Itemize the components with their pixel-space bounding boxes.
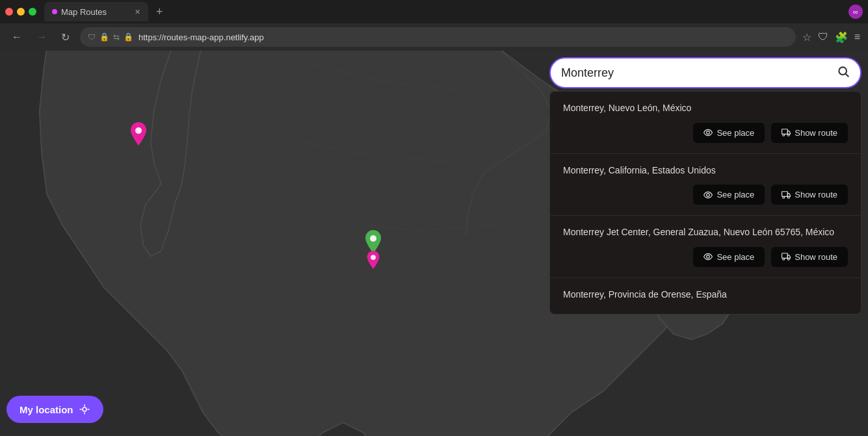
extensions-icon[interactable]: 🧩: [835, 31, 848, 44]
browser-chrome: Map Routes ✕ + ∞ ← → ↻ 🛡 🔒 ⇆ 🔒 https://r…: [0, 0, 868, 51]
see-place-label-2: See place: [717, 190, 754, 199]
location-crosshair-icon: [79, 404, 90, 415]
result-item-1: Monterrey, Nuevo León, México See place: [550, 92, 861, 154]
svg-point-10: [707, 193, 710, 196]
map-pin-monterrey-pink[interactable]: [366, 251, 380, 272]
result-item-2: Monterrey, California, Estados Unidos Se…: [550, 154, 861, 216]
see-place-button-2[interactable]: See place: [693, 185, 765, 205]
tab-bar: Map Routes ✕ + ∞: [0, 0, 868, 23]
svg-line-5: [846, 73, 849, 77]
tab-actions: ∞: [848, 5, 863, 19]
show-route-label-1: Show route: [795, 128, 837, 138]
svg-point-8: [783, 134, 785, 136]
svg-point-4: [839, 67, 847, 75]
menu-icon[interactable]: ≡: [854, 31, 860, 43]
svg-point-12: [783, 196, 785, 198]
bookmark-star-icon[interactable]: ☆: [802, 31, 811, 44]
svg-point-18: [83, 407, 86, 411]
minimize-window-button[interactable]: [17, 8, 25, 16]
traffic-lights: [5, 8, 36, 16]
nav-bar: ← → ↻ 🛡 🔒 ⇆ 🔒 https://routes-map-app.net…: [0, 23, 868, 51]
map-pin-baja[interactable]: [129, 122, 148, 148]
active-tab[interactable]: Map Routes ✕: [44, 2, 148, 21]
show-route-label-2: Show route: [795, 190, 837, 199]
svg-point-2: [370, 235, 376, 242]
show-route-label-3: Show route: [795, 252, 837, 262]
security-icons: 🛡 🔒 ⇆ 🔒: [88, 32, 133, 42]
reload-button[interactable]: ↻: [57, 29, 73, 46]
browser-profile-icon[interactable]: ∞: [848, 5, 863, 19]
cert-icon: 🔒: [124, 32, 133, 42]
address-bar[interactable]: 🛡 🔒 ⇆ 🔒 https://routes-map-app.netlify.a…: [80, 27, 796, 47]
result-name-4: Monterrey, Provincia de Orense, España: [563, 289, 848, 301]
see-place-button-1[interactable]: See place: [693, 123, 765, 143]
app-content: Monterrey, Nuevo León, México See place: [0, 51, 868, 436]
result-item-4: Monterrey, Provincia de Orense, España: [550, 278, 861, 314]
show-route-button-3[interactable]: Show route: [771, 247, 848, 267]
tab-close-button[interactable]: ✕: [135, 8, 140, 16]
nav-right-actions: ☆ 🛡 🧩 ≡: [802, 31, 860, 44]
result-name-1: Monterrey, Nuevo León, México: [563, 102, 848, 115]
svg-point-9: [788, 134, 790, 136]
svg-point-17: [788, 259, 790, 261]
forward-button[interactable]: →: [33, 29, 51, 45]
svg-point-16: [783, 259, 785, 261]
results-dropdown: Monterrey, Nuevo León, México See place: [549, 91, 861, 314]
shield-icon: 🛡: [88, 32, 96, 42]
svg-point-3: [371, 255, 376, 260]
search-button[interactable]: [837, 65, 850, 81]
svg-point-6: [707, 131, 710, 135]
result-item-3: Monterrey Jet Center, General Zuazua, Nu…: [550, 216, 861, 278]
result-name-3: Monterrey Jet Center, General Zuazua, Nu…: [563, 226, 848, 239]
tab-favicon: [52, 9, 57, 14]
see-place-button-3[interactable]: See place: [693, 247, 765, 267]
search-panel: Monterrey, Nuevo León, México See place: [549, 57, 861, 314]
back-button[interactable]: ←: [8, 29, 26, 45]
maximize-window-button[interactable]: [29, 8, 36, 16]
search-bar[interactable]: [549, 57, 861, 88]
search-input[interactable]: [561, 66, 832, 80]
show-route-button-1[interactable]: Show route: [771, 123, 848, 143]
lock-icon: 🔒: [99, 32, 109, 42]
new-tab-button[interactable]: +: [151, 5, 168, 19]
result-actions-3: See place Show route: [563, 247, 848, 267]
url-text: https://routes-map-app.netlify.app: [138, 32, 264, 42]
svg-point-1: [135, 127, 142, 134]
tab-title: Map Routes: [61, 7, 107, 17]
svg-point-14: [707, 255, 710, 259]
close-window-button[interactable]: [5, 8, 13, 16]
see-place-label-1: See place: [717, 128, 754, 138]
pocket-icon[interactable]: 🛡: [818, 31, 828, 43]
my-location-button[interactable]: My location: [7, 396, 103, 423]
svg-rect-15: [782, 253, 788, 259]
result-actions-1: See place Show route: [563, 123, 848, 143]
pip-icon: ⇆: [113, 32, 120, 42]
show-route-button-2[interactable]: Show route: [771, 185, 848, 205]
svg-rect-11: [782, 191, 788, 196]
svg-rect-7: [782, 129, 788, 135]
my-location-label: My location: [20, 404, 73, 415]
see-place-label-3: See place: [717, 252, 754, 262]
svg-point-13: [788, 196, 790, 198]
result-actions-2: See place Show route: [563, 185, 848, 205]
result-name-2: Monterrey, California, Estados Unidos: [563, 164, 848, 177]
